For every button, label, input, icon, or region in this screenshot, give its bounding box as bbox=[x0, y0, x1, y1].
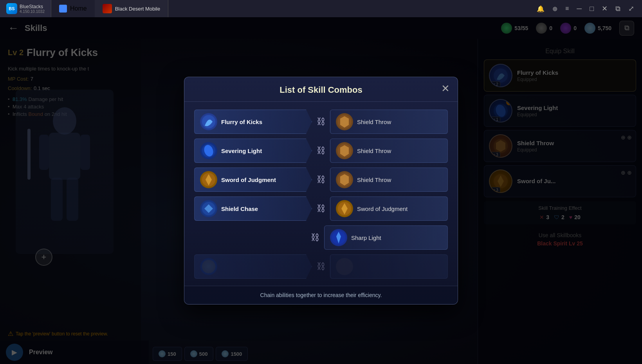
combo-result-icon-3 bbox=[336, 171, 353, 188]
combo-right-5: Sharp Light bbox=[324, 225, 448, 250]
bluestacks-title: BlueStacks bbox=[20, 4, 45, 9]
combo-name-severing: Severing Light bbox=[221, 148, 262, 154]
combo-modal: List of Skill Combos ✕ Flurry of Kicks ⛓ bbox=[184, 77, 458, 305]
combo-right-4: Sword of Judgment bbox=[330, 196, 448, 221]
combo-name-chase: Shield Chase bbox=[221, 205, 258, 212]
home-tab[interactable]: Home bbox=[51, 0, 95, 17]
bell-icon[interactable]: 🔔 bbox=[537, 5, 545, 13]
title-bar: BS BlueStacks 4.150.10.1032 Home Black D… bbox=[0, 0, 642, 17]
combo-left-4[interactable]: Shield Chase bbox=[194, 196, 312, 221]
combo-row-2: Severing Light ⛓ Shield Throw bbox=[194, 139, 448, 163]
popout-icon[interactable]: ⧉ bbox=[615, 5, 620, 13]
combo-result-name-3: Shield Throw bbox=[357, 177, 391, 183]
combo-icon-partial bbox=[200, 258, 217, 275]
modal-footer-text: Chain abilities together to increase the… bbox=[260, 292, 382, 298]
combo-icon-chase bbox=[200, 200, 217, 217]
combo-icon-flurry bbox=[200, 113, 217, 130]
chain-icon-1: ⛓ bbox=[315, 117, 327, 127]
home-icon bbox=[59, 5, 67, 13]
combo-result-name-4: Sword of Judgment bbox=[357, 205, 408, 212]
game-tab-label: Black Desert Mobile bbox=[115, 6, 160, 12]
menu-icon[interactable]: ≡ bbox=[565, 5, 569, 12]
modal-overlay[interactable]: List of Skill Combos ✕ Flurry of Kicks ⛓ bbox=[0, 17, 642, 364]
combo-result-name-2: Shield Throw bbox=[357, 148, 391, 154]
chain-icon-4: ⛓ bbox=[315, 204, 327, 214]
modal-body[interactable]: Flurry of Kicks ⛓ Shield Throw bbox=[184, 102, 458, 286]
modal-title: List of Skill Combos bbox=[280, 85, 362, 95]
close-button[interactable]: ✕ bbox=[602, 4, 608, 13]
fullscreen-icon[interactable]: ⤢ bbox=[628, 4, 634, 13]
game-area: ← Skills 53/55 0 0 5,750 ⧉ Lv 2 bbox=[0, 17, 642, 364]
chain-icon-5: ⛓ bbox=[309, 232, 321, 243]
combo-name-flurry: Flurry of Kicks bbox=[221, 119, 262, 125]
combo-left-2[interactable]: Severing Light bbox=[194, 139, 312, 163]
chain-icon-6: ⛓ bbox=[315, 261, 327, 272]
combo-result-name-5: Sharp Light bbox=[351, 234, 381, 241]
combo-row-1: Flurry of Kicks ⛓ Shield Throw bbox=[194, 110, 448, 134]
combo-icon-partial-right bbox=[336, 258, 353, 275]
combo-result-icon-5 bbox=[330, 229, 347, 246]
combo-row-5: ⛓ Sharp Light bbox=[194, 225, 448, 250]
modal-close-button[interactable]: ✕ bbox=[441, 83, 450, 94]
search-icon[interactable]: ⊕ bbox=[552, 5, 557, 13]
modal-header: List of Skill Combos ✕ bbox=[184, 77, 458, 102]
combo-row-4: Shield Chase ⛓ Sword of Judgment bbox=[194, 196, 448, 221]
chain-icon-3: ⛓ bbox=[315, 175, 327, 185]
combo-result-icon-4 bbox=[336, 200, 353, 217]
combo-result-icon-1 bbox=[336, 113, 353, 130]
bluestacks-version: 4.150.10.1032 bbox=[20, 9, 45, 14]
svg-point-26 bbox=[202, 260, 215, 273]
combo-left-3[interactable]: Sword of Judgment bbox=[194, 168, 312, 192]
combo-result-icon-2 bbox=[336, 142, 353, 159]
maximize-button[interactable]: □ bbox=[590, 5, 594, 13]
home-tab-label: Home bbox=[70, 5, 87, 12]
minimize-button[interactable]: ─ bbox=[577, 5, 582, 13]
combo-icon-sword bbox=[200, 171, 217, 188]
combo-name-sword: Sword of Judgment bbox=[221, 177, 276, 183]
chain-icon-2: ⛓ bbox=[315, 146, 327, 156]
combo-row-6-partial: ⛓ bbox=[194, 254, 448, 279]
bluestacks-icon: BS bbox=[6, 3, 17, 14]
combo-row-3: Sword of Judgment ⛓ Shield Throw bbox=[194, 168, 448, 192]
modal-footer: Chain abilities together to increase the… bbox=[184, 286, 458, 304]
bluestacks-tab[interactable]: BS BlueStacks 4.150.10.1032 bbox=[0, 0, 51, 17]
game-icon bbox=[103, 4, 112, 13]
combo-right-1: Shield Throw bbox=[330, 110, 448, 134]
title-bar-right: 🔔 ⊕ ≡ ─ □ ✕ ⧉ ⤢ bbox=[537, 4, 642, 13]
combo-right-6 bbox=[330, 254, 448, 279]
combo-right-2: Shield Throw bbox=[330, 139, 448, 163]
game-tab[interactable]: Black Desert Mobile bbox=[95, 0, 169, 17]
combo-left-1[interactable]: Flurry of Kicks bbox=[194, 110, 312, 134]
combo-icon-severing bbox=[200, 142, 217, 159]
combo-right-3: Shield Throw bbox=[330, 168, 448, 192]
title-bar-left: BS BlueStacks 4.150.10.1032 Home Black D… bbox=[0, 0, 168, 17]
combo-left-6 bbox=[194, 254, 312, 279]
combo-result-name-1: Shield Throw bbox=[357, 119, 391, 125]
